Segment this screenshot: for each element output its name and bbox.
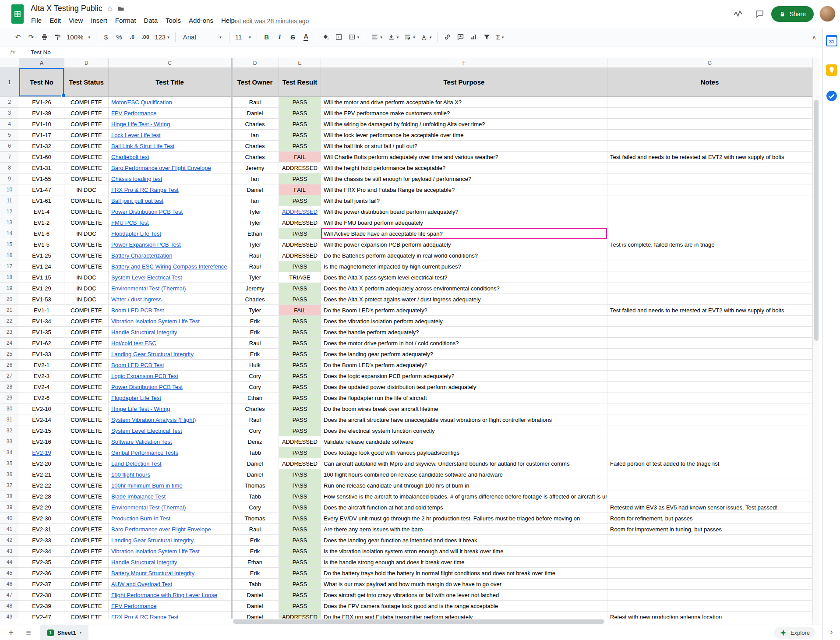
- cell-B46[interactable]: COMPLETE: [64, 579, 109, 590]
- cell-B16[interactable]: COMPLETE: [64, 250, 109, 261]
- test-title-link[interactable]: Battery and ESC Wiring Compass Interefen…: [111, 263, 227, 270]
- cell-A30[interactable]: EV2-10: [19, 403, 64, 414]
- cell-G31[interactable]: [607, 414, 812, 425]
- cell-B5[interactable]: COMPLETE: [64, 130, 109, 141]
- cell-D29[interactable]: Ethan: [231, 392, 279, 403]
- row-header-13[interactable]: 13: [0, 217, 19, 228]
- cell-C49[interactable]: FRX Pro & RC Range Test: [109, 612, 231, 619]
- cell-B29[interactable]: COMPLETE: [64, 392, 109, 403]
- cell-A5[interactable]: EV1-17: [19, 130, 64, 141]
- row-header-33[interactable]: 33: [0, 436, 19, 447]
- cell-G3[interactable]: [607, 108, 812, 119]
- cell-C28[interactable]: Power Distribution PCB Test: [109, 382, 231, 392]
- cell-B33[interactable]: COMPLETE: [64, 436, 109, 447]
- test-title-link[interactable]: 100 flight hours: [111, 471, 150, 478]
- cell-A11[interactable]: EV1-61: [19, 195, 64, 206]
- cell-A10[interactable]: EV1-47: [19, 184, 64, 195]
- test-title-link[interactable]: Handle Structural Integrity: [111, 329, 177, 336]
- cell-B24[interactable]: COMPLETE: [64, 338, 109, 349]
- cell-E47[interactable]: PASS: [279, 590, 321, 601]
- test-title-link[interactable]: Power Distribution PCB Test: [111, 209, 183, 215]
- cell-E19[interactable]: PASS: [279, 283, 321, 294]
- cell-B36[interactable]: COMPLETE: [64, 469, 109, 480]
- test-title-link[interactable]: Software Validation Test: [111, 438, 172, 445]
- cell-G1[interactable]: Notes: [607, 68, 812, 97]
- formula-input[interactable]: Test No: [31, 49, 51, 56]
- cell-G20[interactable]: [607, 294, 812, 305]
- cell-E26[interactable]: PASS: [279, 360, 321, 371]
- cell-C7[interactable]: Charliebolt test: [109, 152, 231, 163]
- cell-C39[interactable]: Environmental Test (Thermal): [109, 502, 231, 513]
- cell-E23[interactable]: PASS: [279, 327, 321, 338]
- cell-E39[interactable]: PASS: [279, 502, 321, 513]
- avatar[interactable]: [819, 6, 836, 22]
- cell-D5[interactable]: Ian: [231, 130, 279, 141]
- cell-B49[interactable]: COMPLETE: [64, 612, 109, 619]
- cell-A18[interactable]: EV1-15: [19, 272, 64, 283]
- cell-C34[interactable]: Gimbal Performance Tests: [109, 447, 231, 458]
- cell-G44[interactable]: [607, 557, 812, 568]
- cell-C9[interactable]: Chassis loading test: [109, 173, 231, 184]
- row-header-21[interactable]: 21: [0, 305, 19, 316]
- test-title-link[interactable]: Lock Lever Life test: [111, 132, 161, 138]
- cell-E4[interactable]: PASS: [279, 119, 321, 130]
- cell-A27[interactable]: EV2-3: [19, 371, 64, 382]
- cell-D26[interactable]: Hulk: [231, 360, 279, 371]
- test-title-link[interactable]: FMU PCB Test: [111, 219, 149, 226]
- row-header-8[interactable]: 8: [0, 163, 19, 173]
- cell-E9[interactable]: PASS: [279, 173, 321, 184]
- cell-G33[interactable]: [607, 436, 812, 447]
- cell-D8[interactable]: Jeremy: [231, 163, 279, 173]
- cell-F46[interactable]: What is our max payload and how much mar…: [321, 579, 607, 590]
- test-title-link[interactable]: Hinge Life Test - Wiring: [111, 121, 170, 127]
- cell-G14[interactable]: [607, 228, 812, 239]
- column-header-E[interactable]: E: [279, 58, 321, 68]
- cell-C33[interactable]: Software Validation Test: [109, 436, 231, 447]
- cell-D31[interactable]: Raul: [231, 414, 279, 425]
- test-title-link[interactable]: FPV Performance: [111, 110, 156, 117]
- test-title-link[interactable]: Boom LED PCB Test: [111, 307, 164, 314]
- cell-F2[interactable]: Will the motor and drive perform accepta…: [321, 97, 607, 108]
- cell-D33[interactable]: Deniz: [231, 436, 279, 447]
- cell-D27[interactable]: Cory: [231, 371, 279, 382]
- cell-C22[interactable]: Vibration Isolation System Life Test: [109, 316, 231, 327]
- cell-E6[interactable]: PASS: [279, 141, 321, 152]
- cell-F29[interactable]: Does the flopdapter run the life of airc…: [321, 392, 607, 403]
- test-title-link[interactable]: Landing Gear Structural Integrity: [111, 537, 194, 544]
- cell-E46[interactable]: PASS: [279, 579, 321, 590]
- text-wrap-select[interactable]: ▾: [402, 31, 417, 43]
- row-header-12[interactable]: 12: [0, 206, 19, 217]
- filter-button[interactable]: [481, 31, 492, 43]
- cell-G29[interactable]: [607, 392, 812, 403]
- cell-C2[interactable]: Motor/ESC Qualification: [109, 97, 231, 108]
- menu-data[interactable]: Data: [140, 15, 162, 25]
- cell-E2[interactable]: PASS: [279, 97, 321, 108]
- cell-C43[interactable]: Vibration Isolation System Life Test: [109, 546, 231, 557]
- cell-B26[interactable]: COMPLETE: [64, 360, 109, 371]
- format-percent-button[interactable]: %: [113, 31, 125, 43]
- cell-A33[interactable]: EV2-16: [19, 436, 64, 447]
- cell-E43[interactable]: PASS: [279, 546, 321, 557]
- row-header-14[interactable]: 14: [0, 228, 19, 239]
- cell-B4[interactable]: COMPLETE: [64, 119, 109, 130]
- row-header-3[interactable]: 3: [0, 108, 19, 119]
- test-title-link[interactable]: System Level Electrical Test: [111, 274, 182, 281]
- row-header-38[interactable]: 38: [0, 491, 19, 502]
- format-currency-button[interactable]: $: [100, 31, 112, 43]
- cell-A31[interactable]: EV2-14: [19, 414, 64, 425]
- cell-G26[interactable]: [607, 360, 812, 371]
- cell-F13[interactable]: Will the FMU board perform adequately: [321, 217, 607, 228]
- cell-B13[interactable]: COMPLETE: [64, 217, 109, 228]
- cell-A47[interactable]: EV2-38: [19, 590, 64, 601]
- cell-E31[interactable]: PASS: [279, 414, 321, 425]
- cell-C15[interactable]: Power Expansion PCB Test: [109, 239, 231, 250]
- cell-C30[interactable]: Hinge Life Test - Wiring: [109, 403, 231, 414]
- cell-C5[interactable]: Lock Lever Life test: [109, 130, 231, 141]
- row-header-47[interactable]: 47: [0, 590, 19, 601]
- row-header-37[interactable]: 37: [0, 480, 19, 491]
- cell-E3[interactable]: PASS: [279, 108, 321, 119]
- cell-D4[interactable]: Charles: [231, 119, 279, 130]
- cell-A1[interactable]: Test No: [19, 68, 64, 97]
- cell-C4[interactable]: Hinge Life Test - Wiring: [109, 119, 231, 130]
- cell-B41[interactable]: COMPLETE: [64, 524, 109, 535]
